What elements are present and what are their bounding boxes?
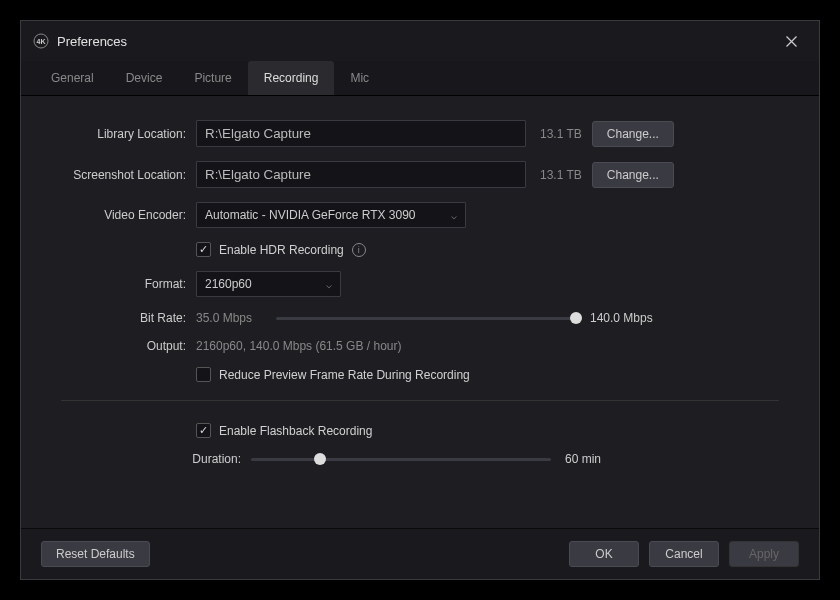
app-icon: 4K [33,33,49,49]
screenshot-location-label: Screenshot Location: [61,168,196,182]
duration-row: Duration: 60 min [61,452,779,466]
enable-flashback-label: Enable Flashback Recording [219,424,372,438]
enable-hdr-checkbox[interactable] [196,242,211,257]
format-label: Format: [61,277,196,291]
tab-general[interactable]: General [35,61,110,95]
duration-value: 60 min [565,452,601,466]
apply-button[interactable]: Apply [729,541,799,567]
output-summary: 2160p60, 140.0 Mbps (61.5 GB / hour) [196,339,401,353]
bitrate-min: 35.0 Mbps [196,311,266,325]
library-location-input[interactable] [196,120,526,147]
tab-picture[interactable]: Picture [178,61,247,95]
screenshot-free-space: 13.1 TB [540,168,582,182]
screenshot-location-input[interactable] [196,161,526,188]
svg-text:4K: 4K [37,38,46,45]
bitrate-row: Bit Rate: 35.0 Mbps 140.0 Mbps [61,311,779,325]
info-icon[interactable]: i [352,243,366,257]
preferences-window: 4K Preferences General Device Picture Re… [20,20,820,580]
video-encoder-label: Video Encoder: [61,208,196,222]
bitrate-slider-knob[interactable] [570,312,582,324]
tab-mic[interactable]: Mic [334,61,385,95]
library-location-row: Library Location: 13.1 TB Change... [61,120,779,147]
tab-recording[interactable]: Recording [248,61,335,95]
bitrate-max: 140.0 Mbps [590,311,653,325]
tab-device[interactable]: Device [110,61,179,95]
reduce-preview-checkbox[interactable] [196,367,211,382]
output-label: Output: [61,339,196,353]
video-encoder-value: Automatic - NVIDIA GeForce RTX 3090 [205,208,416,222]
duration-label: Duration: [61,452,251,466]
ok-button[interactable]: OK [569,541,639,567]
reduce-preview-label: Reduce Preview Frame Rate During Recordi… [219,368,470,382]
duration-slider-knob[interactable] [314,453,326,465]
video-encoder-select[interactable]: Automatic - NVIDIA GeForce RTX 3090 ⌵ [196,202,466,228]
library-free-space: 13.1 TB [540,127,582,141]
format-value: 2160p60 [205,277,252,291]
tab-content: Library Location: 13.1 TB Change... Scre… [21,96,819,528]
bitrate-slider[interactable] [276,317,576,320]
chevron-down-icon: ⌵ [326,279,332,290]
divider [61,400,779,401]
titlebar: 4K Preferences [21,21,819,61]
format-row: Format: 2160p60 ⌵ [61,271,779,297]
tab-bar: General Device Picture Recording Mic [21,61,819,96]
screenshot-change-button[interactable]: Change... [592,162,674,188]
enable-flashback-checkbox[interactable] [196,423,211,438]
library-change-button[interactable]: Change... [592,121,674,147]
footer: Reset Defaults OK Cancel Apply [21,528,819,579]
window-title: Preferences [57,34,775,49]
format-select[interactable]: 2160p60 ⌵ [196,271,341,297]
flashback-row: Enable Flashback Recording [196,423,779,438]
bitrate-label: Bit Rate: [61,311,196,325]
hdr-row: Enable HDR Recording i [196,242,779,257]
reduce-preview-row: Reduce Preview Frame Rate During Recordi… [196,367,779,382]
cancel-button[interactable]: Cancel [649,541,719,567]
enable-hdr-label: Enable HDR Recording [219,243,344,257]
close-button[interactable] [775,29,807,53]
library-location-label: Library Location: [61,127,196,141]
screenshot-location-row: Screenshot Location: 13.1 TB Change... [61,161,779,188]
video-encoder-row: Video Encoder: Automatic - NVIDIA GeForc… [61,202,779,228]
duration-slider[interactable] [251,458,551,461]
reset-defaults-button[interactable]: Reset Defaults [41,541,150,567]
output-row: Output: 2160p60, 140.0 Mbps (61.5 GB / h… [61,339,779,353]
chevron-down-icon: ⌵ [451,210,457,221]
